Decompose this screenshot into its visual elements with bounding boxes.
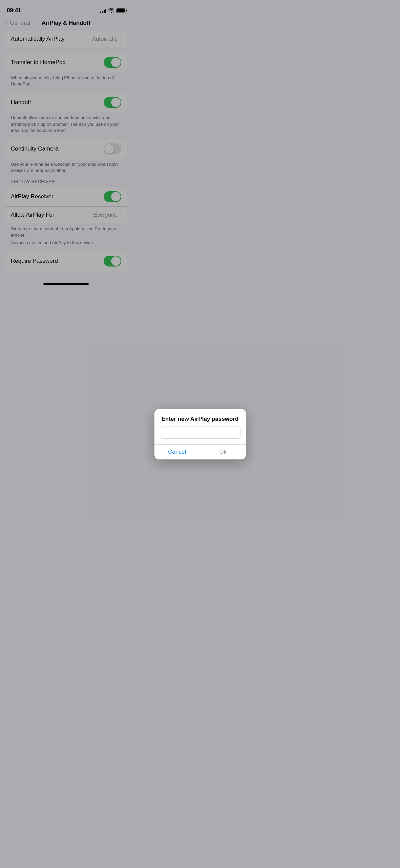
dialog-overlay: Enter new AirPlay password Cancel Ok	[0, 0, 132, 288]
